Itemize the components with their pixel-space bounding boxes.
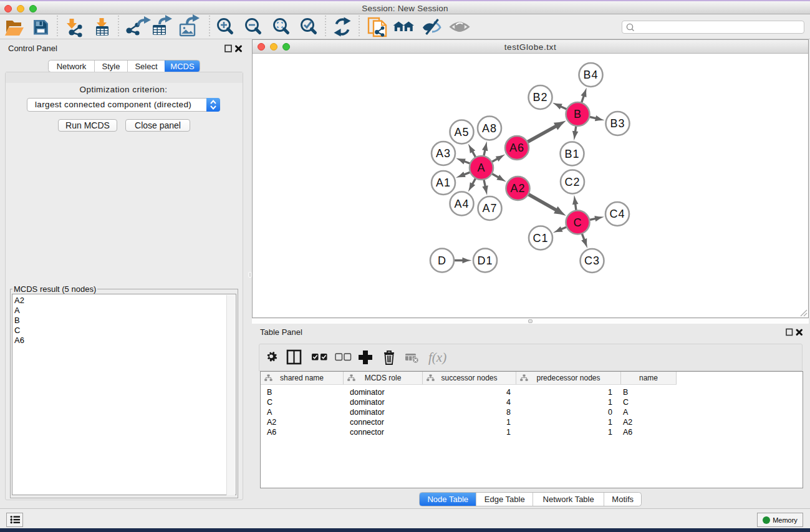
svg-text:D1: D1 [477,254,493,267]
svg-text:C2: C2 [564,176,580,188]
svg-text:A1: A1 [436,177,451,189]
svg-text:C4: C4 [609,208,625,220]
svg-text:D: D [438,254,446,267]
svg-text:C1: C1 [533,232,548,244]
svg-text:A3: A3 [436,147,451,160]
svg-text:B3: B3 [610,117,625,130]
svg-text:A6: A6 [509,142,524,154]
svg-text:B2: B2 [533,91,547,104]
svg-text:C: C [574,216,582,229]
svg-text:A8: A8 [482,122,497,135]
svg-text:A5: A5 [454,126,469,138]
svg-text:A: A [477,162,485,174]
svg-text:B: B [574,108,582,120]
svg-text:f(x): f(x) [428,350,446,365]
svg-text:A2: A2 [510,182,525,195]
svg-text:B1: B1 [564,148,579,160]
svg-text:A7: A7 [482,202,497,215]
svg-text:C3: C3 [584,254,600,267]
svg-text:B4: B4 [583,69,598,81]
svg-text:A4: A4 [454,198,469,210]
